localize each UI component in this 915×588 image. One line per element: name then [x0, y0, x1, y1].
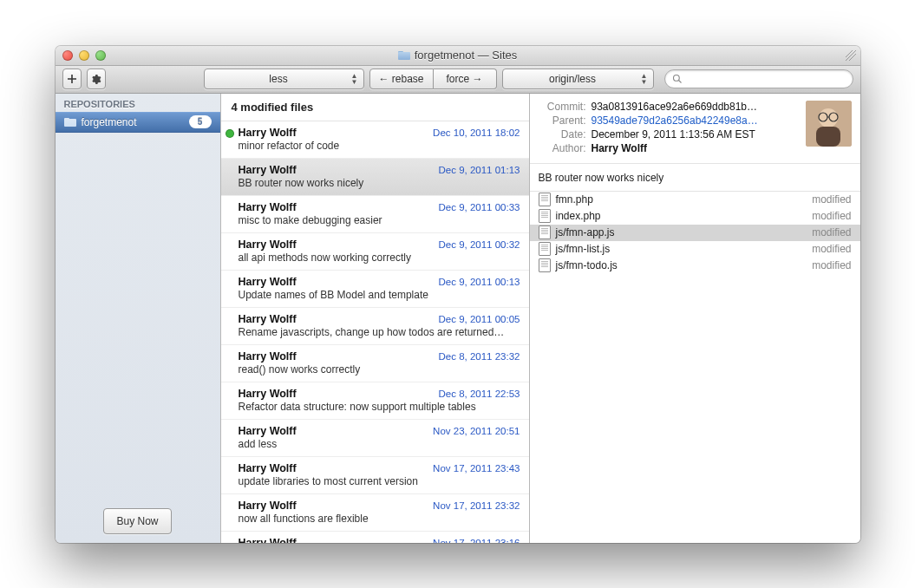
sidebar-item-label: forgetmenot — [82, 116, 137, 128]
commit-date: Nov 17, 2011 23:32 — [433, 500, 520, 511]
force-button[interactable]: force → — [434, 69, 497, 89]
file-icon — [539, 258, 551, 272]
commit-date: Nov 17, 2011 23:43 — [433, 463, 520, 474]
meta-date-label: Date: — [539, 128, 586, 140]
branch-select-value: less — [269, 73, 287, 85]
file-status: modified — [812, 243, 851, 255]
rebase-label: ← rebase — [378, 73, 423, 85]
commit-author: Harry Wolff — [239, 537, 297, 543]
commit-author: Harry Wolff — [239, 500, 297, 512]
buy-now-button[interactable]: Buy Now — [103, 508, 171, 534]
commit-meta-table: Commit:93a0813916ace92a6e669ddb81b… Pare… — [539, 101, 797, 156]
head-indicator-icon — [226, 130, 233, 137]
folder-icon — [398, 50, 410, 60]
commit-row[interactable]: Harry WolffDec 9, 2011 00:33misc to make… — [221, 196, 529, 233]
author-avatar — [806, 101, 852, 147]
titlebar: forgetmenot — Sites — [56, 46, 860, 66]
meta-author-label: Author: — [539, 142, 586, 154]
toolbar: less ▲▼ ← rebase force → origin/less ▲▼ — [56, 66, 860, 94]
file-row[interactable]: fmn.phpmodified — [530, 192, 860, 208]
rebase-button[interactable]: ← rebase — [369, 69, 434, 89]
commit-date: Dec 9, 2011 00:13 — [439, 277, 520, 287]
window-title: forgetmenot — Sites — [56, 49, 860, 62]
commit-date: Dec 9, 2011 00:32 — [439, 239, 520, 250]
file-name: js/fmn-list.js — [556, 243, 611, 255]
chevron-updown-icon: ▲▼ — [641, 73, 648, 85]
file-icon — [539, 209, 551, 223]
commit-row[interactable]: Harry WolffDec 9, 2011 01:13BB router no… — [221, 159, 529, 196]
main-columns: REPOSITORIES forgetmenot 5 Buy Now 4 mod… — [56, 94, 860, 543]
buy-now-label: Buy Now — [116, 515, 158, 527]
commit-message: BB router now works nicely — [239, 177, 520, 189]
file-row[interactable]: js/fmn-todo.jsmodified — [530, 258, 860, 274]
meta-commit-value: 93a0813916ace92a6e669ddb81b… — [591, 101, 797, 113]
sidebar-item-repo[interactable]: forgetmenot 5 — [56, 112, 220, 133]
commit-list-header: 4 modified files — [221, 94, 529, 121]
commit-date: Dec 10, 2011 18:02 — [433, 127, 520, 138]
file-row[interactable]: index.phpmodified — [530, 208, 860, 225]
remote-select-value: origin/less — [549, 73, 596, 85]
commit-author: Harry Wolff — [239, 350, 297, 363]
commit-row[interactable]: Harry WolffNov 17, 2011 23:32now all fun… — [221, 494, 529, 532]
commit-author: Harry Wolff — [239, 164, 297, 176]
close-window-button[interactable] — [62, 50, 73, 61]
rebase-force-segment: ← rebase force → — [369, 69, 497, 89]
meta-parent-value[interactable]: 93549ade79d2a6256ab42249e8a… — [591, 114, 797, 127]
branch-select[interactable]: less ▲▼ — [204, 69, 364, 89]
commit-row[interactable]: Harry WolffDec 8, 2011 22:53Refactor dat… — [221, 382, 529, 420]
file-icon — [539, 193, 551, 206]
commit-date: Nov 23, 2011 20:51 — [433, 426, 520, 436]
commit-author: Harry Wolff — [239, 462, 297, 474]
commit-date: Dec 8, 2011 22:53 — [439, 389, 520, 399]
commit-author: Harry Wolff — [239, 127, 297, 139]
changed-files-list[interactable]: fmn.phpmodifiedindex.phpmodifiedjs/fmn-a… — [530, 192, 860, 543]
meta-author-value: Harry Wolff — [591, 142, 797, 154]
meta-date-value: December 9, 2011 1:13:56 AM EST — [591, 128, 797, 140]
commit-row[interactable]: Harry WolffDec 9, 2011 00:32all api meth… — [221, 233, 529, 271]
commit-list[interactable]: Harry WolffDec 10, 2011 18:02minor refac… — [221, 121, 529, 543]
sidebar-section-header: REPOSITORIES — [56, 94, 220, 112]
zoom-window-button[interactable] — [95, 50, 106, 61]
search-input[interactable] — [686, 72, 846, 86]
resize-icon — [845, 49, 857, 62]
file-name: fmn.php — [556, 193, 593, 206]
app-window: forgetmenot — Sites less ▲▼ ← rebase for… — [56, 46, 860, 543]
commit-row[interactable]: Harry WolffNov 23, 2011 20:51add less — [221, 420, 529, 457]
commit-row[interactable]: Harry WolffDec 10, 2011 18:02minor refac… — [221, 121, 529, 159]
file-row[interactable]: js/fmn-app.jsmodified — [530, 225, 860, 241]
commit-message: Rename javascripts, change up how todos … — [239, 326, 520, 338]
commit-date: Dec 9, 2011 01:13 — [439, 165, 520, 175]
commit-author: Harry Wolff — [239, 201, 297, 213]
svg-point-3 — [819, 108, 838, 127]
meta-parent-label: Parent: — [539, 114, 586, 127]
file-row[interactable]: js/fmn-list.jsmodified — [530, 241, 860, 258]
commit-summary: BB router now works nicely — [530, 164, 860, 192]
settings-button[interactable] — [87, 69, 106, 89]
minimize-window-button[interactable] — [79, 50, 89, 61]
commit-row[interactable]: Harry WolffDec 9, 2011 00:13Update names… — [221, 271, 529, 308]
file-name: index.php — [556, 210, 601, 222]
commit-meta: Commit:93a0813916ace92a6e669ddb81b… Pare… — [530, 94, 860, 164]
search-field[interactable] — [664, 69, 853, 88]
commit-row[interactable]: Harry WolffDec 8, 2011 23:32read() now w… — [221, 345, 529, 382]
search-icon — [672, 74, 683, 84]
commit-row[interactable]: Harry WolffDec 9, 2011 00:05Rename javas… — [221, 308, 529, 345]
commit-author: Harry Wolff — [239, 238, 297, 251]
gear-icon — [90, 74, 101, 85]
force-label: force → — [446, 73, 482, 85]
commit-author: Harry Wolff — [239, 313, 297, 325]
window-title-text: forgetmenot — Sites — [415, 49, 518, 62]
meta-commit-label: Commit: — [539, 101, 586, 113]
commit-message: read() now works correctly — [239, 363, 520, 376]
commit-message: misc to make debugging easier — [239, 214, 520, 226]
chevron-updown-icon: ▲▼ — [351, 73, 358, 85]
commit-message: Update names of BB Model and template — [239, 289, 520, 301]
commit-row[interactable]: Harry WolffNov 17, 2011 23:16make bindPa… — [221, 532, 529, 543]
commit-detail-panel: Commit:93a0813916ace92a6e669ddb81b… Pare… — [530, 94, 860, 543]
commit-author: Harry Wolff — [239, 388, 297, 400]
remote-select[interactable]: origin/less ▲▼ — [502, 69, 654, 89]
add-button[interactable] — [62, 69, 82, 89]
commit-author: Harry Wolff — [239, 276, 297, 288]
commit-row[interactable]: Harry WolffNov 17, 2011 23:43update libr… — [221, 457, 529, 494]
commit-author: Harry Wolff — [239, 425, 297, 437]
